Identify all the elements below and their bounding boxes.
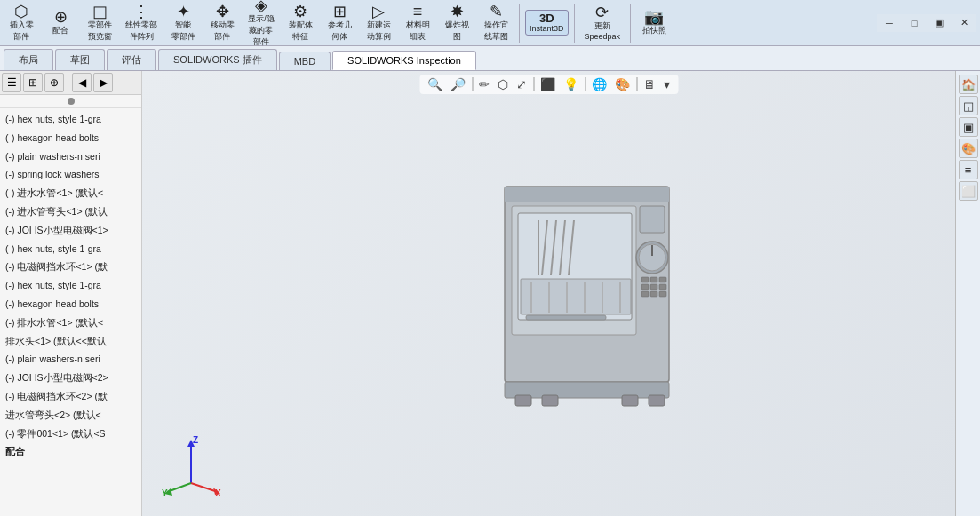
smart-parts-button[interactable]: ✦ 智能 零部件 xyxy=(165,1,201,45)
vt-sep-2 xyxy=(533,77,534,91)
svg-rect-25 xyxy=(659,284,666,290)
tree-item-hex-nuts-2[interactable]: (-) hex nuts, style 1-gra xyxy=(0,240,141,258)
svg-rect-23 xyxy=(641,284,649,290)
appearance-button[interactable]: 🎨 xyxy=(959,139,978,158)
vt-search-icon[interactable]: 🔍 xyxy=(425,76,445,92)
instant3d-icon: 3D xyxy=(539,12,554,24)
svg-rect-16 xyxy=(640,206,665,233)
properties-button[interactable]: ≡ xyxy=(959,160,978,179)
materials-table-button[interactable]: ≡ 材料明 细表 xyxy=(400,1,435,45)
explode-view-button[interactable]: ✸ 爆炸视 图 xyxy=(439,1,474,45)
home-button[interactable]: 🏠 xyxy=(959,75,978,94)
new-motion-button[interactable]: ▷ 新建运 动算例 xyxy=(361,1,396,45)
materials-table-icon: ≡ xyxy=(413,4,423,20)
toolbar-sep-3 xyxy=(630,4,631,43)
linear-series-button[interactable]: ⋮ 线性零部 件阵列 xyxy=(121,1,162,45)
vt-search2-icon[interactable]: 🔎 xyxy=(448,76,468,92)
machine-3d-model xyxy=(478,169,700,419)
view-cube-button[interactable]: ▣ xyxy=(959,117,978,137)
tree-item-solenoid-2[interactable]: (-) JOI IS小型电磁阀<2> xyxy=(0,369,141,387)
machine-svg xyxy=(478,169,700,417)
tree-item-hex-nuts-3[interactable]: (-) hex nuts, style 1-gra xyxy=(0,276,141,295)
photo-button[interactable]: 📷 拍快照 xyxy=(636,6,672,39)
show-hidden-button[interactable]: ◈ 显示/隐 藏的零 部件 xyxy=(243,0,279,51)
more-button[interactable]: ⬜ xyxy=(959,181,978,201)
scroll-right-button[interactable]: ▶ xyxy=(93,73,113,92)
tab-solidworks-inspection[interactable]: SOLIDWORKS Inspection xyxy=(332,51,476,70)
reference-button[interactable]: ⊞ 参考几 何体 xyxy=(322,1,357,45)
tree-list[interactable]: (-) hex nuts, style 1-gra (-) hexagon he… xyxy=(0,108,141,516)
vt-cube-icon[interactable]: ⬛ xyxy=(538,76,558,92)
left-panel: ☰ ⊞ ⊕ ◀ ▶ (-) hex nuts, style 1-gra (-) … xyxy=(0,71,142,516)
tree-item-drain-pipe-1[interactable]: (-) 排水水管<1> (默认< xyxy=(0,314,141,332)
maximize-button[interactable]: ▣ xyxy=(927,14,952,32)
tree-item-inlet-pipe-1[interactable]: (-) 进水水管<1> (默认< xyxy=(0,184,141,202)
insert-parts-icon: ⬡ xyxy=(14,4,28,20)
vt-shape-icon[interactable]: ⬡ xyxy=(495,76,511,92)
list-view-button[interactable]: ☰ xyxy=(2,73,21,92)
insert-parts-button[interactable]: ⬡ 插入零 部件 xyxy=(4,1,39,45)
tree-item-assembly[interactable]: 配合 xyxy=(0,442,141,461)
show-hidden-icon: ◈ xyxy=(255,0,267,13)
vt-globe-icon[interactable]: 🌐 xyxy=(589,76,610,92)
tree-item-hex-nuts-1[interactable]: (-) hex nuts, style 1-gra xyxy=(0,110,141,129)
new-motion-icon: ▷ xyxy=(372,4,385,20)
tab-mbd[interactable]: MBD xyxy=(279,52,331,70)
vt-expand-icon[interactable]: ⤢ xyxy=(514,76,530,92)
tree-view-button[interactable]: ⊞ xyxy=(23,73,43,92)
tree-item-solenoid-ring-2[interactable]: (-) 电磁阀挡水环<2> (默 xyxy=(0,387,141,406)
svg-rect-33 xyxy=(622,395,638,406)
tree-item-inlet-elbow-1[interactable]: (-) 进水管弯头<1> (默认 xyxy=(0,202,141,221)
svg-rect-32 xyxy=(542,395,558,406)
vt-more-icon[interactable]: ▾ xyxy=(661,76,673,92)
tab-bar: 布局 草图 评估 SOLIDWORKS 插件 MBD SOLIDWORKS In… xyxy=(0,46,980,71)
move-component-button[interactable]: ✥ 移动零 部件 xyxy=(204,1,240,45)
vt-sep-3 xyxy=(585,77,586,91)
tab-draft[interactable]: 草图 xyxy=(55,49,105,70)
smart-parts-icon: ✦ xyxy=(177,4,190,20)
minimize-button[interactable]: ─ xyxy=(877,14,902,32)
tree-item-solenoid-ring-1[interactable]: (-) 电磁阀挡水环<1> (默 xyxy=(0,258,141,276)
tree-item-plain-washers-2[interactable]: (-) plain washers-n seri xyxy=(0,350,141,369)
svg-text:Y: Y xyxy=(162,488,168,496)
tree-item-hexagon-head-bolts-2[interactable]: (-) hexagon head bolts xyxy=(0,295,141,314)
tab-solidworks-plugins[interactable]: SOLIDWORKS 插件 xyxy=(158,49,277,70)
tab-layout[interactable]: 布局 xyxy=(4,49,53,70)
tree-item-part001[interactable]: (-) 零件001<1> (默认<S xyxy=(0,425,141,443)
tree-item-hexagon-head-bolts-1[interactable]: (-) hexagon head bolts xyxy=(0,129,141,147)
tree-item-inlet-elbow-2[interactable]: 进水管弯头<2> (默认< xyxy=(0,406,141,425)
update-icon: ⟳ xyxy=(595,4,609,20)
reference-icon: ⊞ xyxy=(333,4,347,20)
fit-button[interactable]: ⊕ 配合 xyxy=(43,6,78,39)
toolbar-sep-2 xyxy=(574,4,575,43)
vt-sep-1 xyxy=(472,77,473,91)
right-mini-toolbar: 🏠 ◱ ▣ 🎨 ≡ ⬜ xyxy=(955,71,980,516)
svg-rect-24 xyxy=(650,284,657,290)
tree-item-plain-washers-1[interactable]: (-) plain washers-n seri xyxy=(0,147,141,166)
scroll-left-button[interactable]: ◀ xyxy=(72,73,92,92)
vt-color-icon[interactable]: 🎨 xyxy=(612,76,633,92)
edit-explode-button[interactable]: ✎ 操作宜 线草图 xyxy=(478,1,514,45)
svg-rect-28 xyxy=(659,291,666,297)
tree-item-solenoid-1[interactable]: (-) JOI IS小型电磁阀<1> xyxy=(0,221,141,240)
viewport[interactable]: 🔍 🔎 ✏ ⬡ ⤢ ⬛ 💡 🌐 🎨 🖥 ▾ xyxy=(142,71,955,516)
svg-rect-31 xyxy=(515,395,531,406)
svg-rect-20 xyxy=(641,277,649,282)
restore-button[interactable]: □ xyxy=(902,14,927,32)
vt-monitor-icon[interactable]: 🖥 xyxy=(641,76,658,92)
update-speedpak-button[interactable]: ⟳ 更新 Speedpak xyxy=(580,2,625,44)
tab-evaluate[interactable]: 评估 xyxy=(107,49,156,70)
instant3d-button[interactable]: 3D Instant3D xyxy=(525,10,569,36)
view-front-button[interactable]: ◱ xyxy=(959,96,978,115)
target-button[interactable]: ⊕ xyxy=(44,73,64,92)
vt-light-icon[interactable]: 💡 xyxy=(561,76,581,92)
vt-edit-icon[interactable]: ✏ xyxy=(476,76,492,92)
left-panel-toolbar: ☰ ⊞ ⊕ ◀ ▶ xyxy=(0,71,141,95)
component-preview-button[interactable]: ◫ 零部件 预览窗 xyxy=(82,1,117,45)
assembly-features-button[interactable]: ⚙ 装配体 特征 xyxy=(283,1,318,45)
svg-rect-27 xyxy=(650,291,657,297)
tree-item-drain-head[interactable]: 排水头<1> (默认<<默认 xyxy=(0,332,141,351)
tree-item-spring-lock-washers[interactable]: (-) spring lock washers xyxy=(0,165,141,184)
window-controls: ─ □ ▣ ✕ xyxy=(877,14,976,32)
close-button[interactable]: ✕ xyxy=(952,14,976,32)
